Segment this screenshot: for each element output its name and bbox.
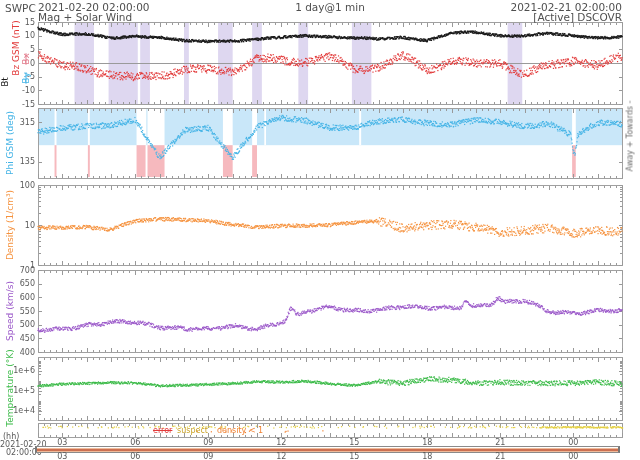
y-tick-label: 450 [0,334,35,343]
y-tick-label: 500 [0,320,35,329]
x-tick-label: 00 [562,452,584,460]
y-tick-label: 10 [0,221,35,230]
x-tick-label: 09 [197,452,219,460]
x-tick-label: 18 [416,438,438,447]
y-tick-label: 400 [0,348,35,357]
panel-phi-plot[interactable] [38,108,622,178]
x-tick-label: 09 [197,438,219,447]
x-tick-label: 21 [489,452,511,460]
panel-temperature-plot[interactable] [38,357,622,420]
x-tick-label: 12 [270,452,292,460]
y-tick-label: 100 [0,181,35,190]
x-tick-label: 21 [489,438,511,447]
panel-bt-bz-plot[interactable] [38,22,622,104]
y-tick-label: 315 [0,118,35,127]
x-tick-label: 18 [416,452,438,460]
y-tick-label: -5 [0,72,35,81]
y-tick-label: 600 [0,293,35,302]
x-tick-label: 12 [270,438,292,447]
app-logo-text: SWPC [5,3,36,13]
time-range-selector[interactable] [35,446,620,453]
y-tick-label: -10 [0,86,35,95]
x-tick-label: 03 [51,452,73,460]
panel-speed-plot[interactable] [38,270,622,352]
x-tick-label: 06 [124,438,146,447]
resolution-label: 1 day@1 min [295,2,365,12]
x-tick-label: 15 [343,438,365,447]
y-tick-label: 10 [0,31,35,40]
source-status: [Active] DSCOVR [533,12,622,22]
y-tick-label: 1e+6 [0,366,35,375]
x-tick-label: 06 [124,452,146,460]
panel-density-plot[interactable] [38,185,622,265]
y-tick-label: 1e+5 [0,386,35,395]
y-tick-label: -15 [0,100,35,109]
y-tick-label: 550 [0,307,35,316]
y-tick-label: 135 [0,157,35,166]
x-tick-label: 00 [562,438,584,447]
x-tick-label: 15 [343,452,365,460]
panel-flag-strip[interactable] [38,423,622,437]
y-tick-label: 650 [0,279,35,288]
y-tick-label: 0 [0,59,35,68]
y-tick-label: 700 [0,266,35,275]
x-tick-label: 03 [51,438,73,447]
y-tick-label: 1e+4 [0,406,35,415]
y-tick-label: 15 [0,18,35,27]
plot-subtitle: Mag + Solar Wind [38,12,132,22]
y-tick-label: 5 [0,45,35,54]
